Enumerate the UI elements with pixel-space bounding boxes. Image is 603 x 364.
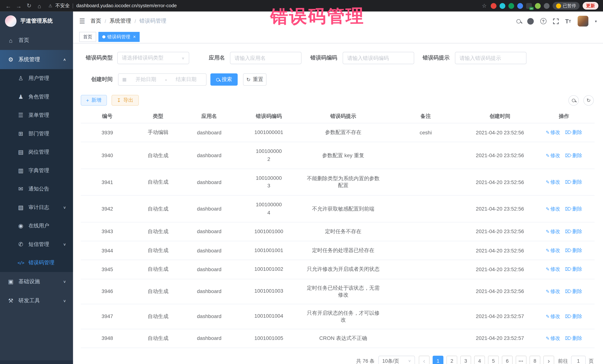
extension-icon-leaf[interactable]: [535, 3, 541, 9]
avatar-caret-icon[interactable]: ▾: [595, 19, 597, 23]
date-range-picker[interactable]: ▦ 开始日期 - 结束日期: [118, 73, 207, 86]
edit-link[interactable]: ✎修改: [546, 130, 560, 135]
font-size-icon[interactable]: TT: [565, 18, 571, 24]
sidebar-item-depts[interactable]: ⊞ 部门管理: [0, 124, 73, 143]
next-page-button[interactable]: ›: [544, 356, 554, 364]
extension-icon-teal[interactable]: [499, 3, 505, 9]
goto-page-input[interactable]: [571, 356, 586, 364]
delete-icon: ⌦: [565, 206, 571, 211]
tabs-bar: 首页 错误码管理 ×: [73, 31, 603, 43]
delete-link[interactable]: ⌦删除: [565, 206, 582, 211]
edit-link[interactable]: ✎修改: [546, 335, 560, 341]
roles-icon: ♟: [17, 93, 24, 100]
edit-icon: ✎: [546, 179, 550, 185]
edit-link[interactable]: ✎修改: [546, 247, 560, 253]
toggle-search-button[interactable]: [568, 95, 579, 105]
extension-icon-blue[interactable]: [517, 3, 523, 9]
code-input[interactable]: [343, 52, 414, 64]
dict-icon: ▥: [17, 167, 24, 174]
sidebar-item-auditlog[interactable]: ▧ 审计日志 ∨: [0, 198, 73, 217]
extensions-puzzle-icon[interactable]: [544, 3, 549, 9]
sidebar-item-sms[interactable]: ✆ 短信管理 ∨: [0, 235, 73, 253]
on-badge: on: [529, 7, 533, 10]
edit-link[interactable]: ✎修改: [546, 152, 560, 158]
delete-link[interactable]: ⌦删除: [565, 229, 582, 234]
export-button[interactable]: ↧ 导出: [111, 95, 139, 106]
code-icon: </>: [17, 260, 24, 265]
hint-input[interactable]: [455, 52, 527, 64]
breadcrumb-home[interactable]: 首页: [91, 18, 101, 24]
search-button[interactable]: 搜索: [210, 73, 238, 86]
sidebar-item-errorcode[interactable]: </> 错误码管理: [0, 254, 73, 272]
sidebar-item-notices[interactable]: ✉ 通知公告: [0, 180, 73, 198]
app-logo[interactable]: 芋道管理系统: [0, 11, 73, 31]
extension-icon-dark[interactable]: on: [526, 3, 532, 9]
page-size-select[interactable]: 10条/页 ∨: [379, 356, 415, 364]
delete-link[interactable]: ⌦删除: [565, 247, 582, 253]
sidebar-item-online-users[interactable]: ◉ 在线用户: [0, 217, 73, 235]
edit-link[interactable]: ✎修改: [546, 206, 560, 211]
more-pages-button[interactable]: •••: [516, 356, 526, 364]
page-button-3[interactable]: 3: [460, 356, 471, 364]
help-icon[interactable]: ?: [540, 18, 546, 24]
edit-link[interactable]: ✎修改: [546, 266, 560, 272]
filter-code: 错误码编码: [310, 52, 414, 64]
toolbar-right: ↻: [568, 95, 594, 105]
sidebar-item-roles[interactable]: ♟ 角色管理: [0, 88, 73, 106]
delete-link[interactable]: ⌦删除: [565, 288, 582, 294]
delete-link[interactable]: ⌦删除: [565, 313, 582, 319]
bookmark-star-icon[interactable]: ☆: [482, 3, 487, 9]
fullscreen-icon[interactable]: [553, 18, 559, 24]
user-avatar[interactable]: [578, 16, 588, 26]
edit-link[interactable]: ✎修改: [546, 229, 560, 234]
sidebar-item-users[interactable]: ♙ 用户管理: [0, 69, 73, 88]
sidebar-item-posts[interactable]: ▤ 岗位管理: [0, 143, 73, 161]
sidebar-item-menus[interactable]: ☰ 菜单管理: [0, 106, 73, 124]
page-button-2[interactable]: 2: [446, 356, 457, 364]
breadcrumb-system[interactable]: 系统管理: [109, 18, 131, 24]
edit-link[interactable]: ✎修改: [546, 288, 560, 294]
edit-icon: ✎: [546, 314, 550, 319]
sidebar-item-system[interactable]: ⚙ 系统管理 ∧: [0, 50, 73, 69]
tab-home[interactable]: 首页: [79, 32, 96, 42]
close-icon[interactable]: ×: [133, 34, 136, 39]
url-text[interactable]: dashboard.yudao.iocoder.cn/system/error-…: [76, 3, 177, 9]
delete-link[interactable]: ⌦删除: [565, 130, 582, 135]
back-icon[interactable]: ←: [5, 2, 12, 9]
paused-badge[interactable]: 已暂停: [552, 2, 580, 10]
filter-time: 创建时间 ▦ 开始日期 - 结束日期: [85, 73, 207, 86]
page-button-5[interactable]: 5: [488, 356, 499, 364]
github-icon[interactable]: [527, 18, 533, 24]
add-button[interactable]: + 新增: [81, 95, 107, 106]
reset-button[interactable]: ↻ 重置: [243, 73, 267, 86]
browser-home-icon[interactable]: ⌂: [36, 2, 43, 9]
edit-link[interactable]: ✎修改: [546, 179, 560, 185]
page-button-6[interactable]: 6: [502, 356, 513, 364]
delete-link[interactable]: ⌦删除: [565, 266, 582, 272]
delete-link[interactable]: ⌦删除: [565, 179, 582, 185]
sidebar: 芋道管理系统 ⌂ 首页 ⚙ 系统管理 ∧ ♙ 用户管理 ♟ 角色管理: [0, 11, 73, 364]
refresh-table-button[interactable]: ↻: [583, 95, 594, 105]
sidebar-item-dicts[interactable]: ▥ 字典管理: [0, 161, 73, 180]
search-icon[interactable]: [516, 19, 521, 23]
hamburger-icon[interactable]: ☰: [79, 17, 85, 25]
app-input[interactable]: [230, 52, 302, 64]
edit-link[interactable]: ✎修改: [546, 313, 560, 319]
page-button-4[interactable]: 4: [474, 356, 485, 364]
page-button-1[interactable]: 1: [433, 356, 443, 364]
sidebar-item-devtools[interactable]: ⚒ 研发工具 ∨: [0, 291, 73, 310]
extension-icon-red[interactable]: [491, 3, 496, 9]
delete-link[interactable]: ⌦删除: [565, 335, 582, 341]
sidebar-item-home[interactable]: ⌂ 首页: [0, 31, 73, 50]
tab-errorcode[interactable]: 错误码管理 ×: [99, 32, 140, 42]
update-button[interactable]: 更新: [583, 2, 598, 10]
forward-icon[interactable]: →: [15, 2, 22, 9]
prev-page-button[interactable]: ‹: [419, 356, 429, 364]
page-button-8[interactable]: 8: [530, 356, 540, 364]
address-bar[interactable]: ⚠ 不安全 dashboard.yudao.iocoder.cn/system/…: [48, 2, 479, 9]
delete-link[interactable]: ⌦删除: [565, 152, 582, 158]
reload-icon[interactable]: ↻: [25, 2, 33, 9]
sidebar-item-infra[interactable]: ▣ 基础设施 ∨: [0, 272, 73, 291]
extension-icon-green[interactable]: [508, 3, 514, 9]
type-select[interactable]: 请选择错误码类型 ∨: [117, 52, 189, 64]
